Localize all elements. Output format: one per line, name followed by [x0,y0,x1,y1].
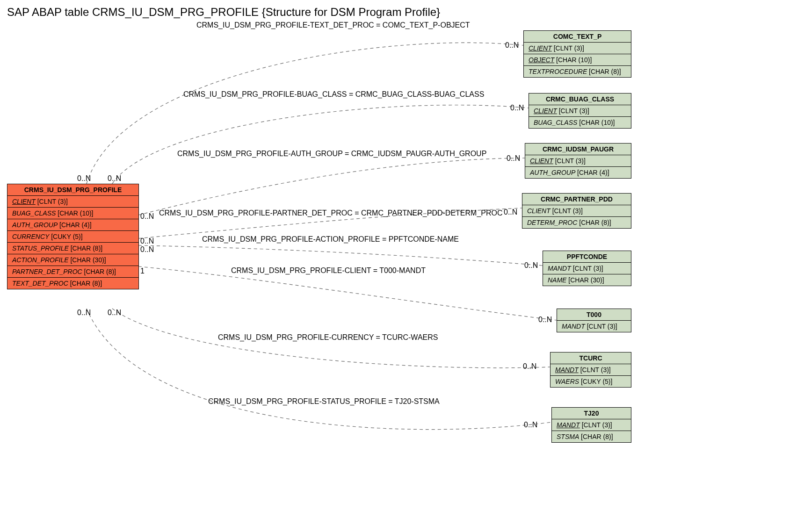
entity-header: CRMS_IU_DSM_PRG_PROFILE [7,184,138,196]
cardinality-left: 0..N [108,174,121,183]
entity-field: TEXTPROCEDURE [CHAR (8)] [524,66,631,77]
entity-field: WAERS [CUKY (5)] [550,376,631,387]
entity-header: CRMC_BUAG_CLASS [529,93,631,105]
entity-field: NAME [CHAR (30)] [543,274,631,286]
relationship-label: CRMS_IU_DSM_PRG_PROFILE-PARTNER_DET_PROC… [159,209,503,217]
cardinality-right: 0..N [524,421,537,429]
relationship-label: CRMS_IU_DSM_PRG_PROFILE-TEXT_DET_PROC = … [196,21,470,29]
cardinality-left: 0..N [108,309,121,317]
entity-field: STATUS_PROFILE [CHAR (8)] [7,243,138,254]
entity-field: BUAG_CLASS [CHAR (10)] [7,208,138,219]
entity-header: T000 [557,309,631,321]
cardinality-right: 0..N [505,41,519,50]
target-entity: PPFTCONDEMANDT [CLNT (3)]NAME [CHAR (30)… [543,251,631,286]
entity-header: TJ20 [552,408,631,419]
target-entity: T000MANDT [CLNT (3)] [557,309,631,332]
entity-field: MANDT [CLNT (3)] [552,419,631,431]
entity-header: CRMC_PARTNER_PDD [522,194,631,205]
entity-header: TCURC [550,352,631,364]
entity-field: STSMA [CHAR (8)] [552,431,631,442]
cardinality-left: 0..N [77,174,91,183]
target-entity: COMC_TEXT_PCLIENT [CLNT (3)]OBJECT [CHAR… [523,30,631,78]
entity-field: ACTION_PROFILE [CHAR (30)] [7,254,138,266]
target-entity: CRMC_IUDSM_PAUGRCLIENT [CLNT (3)]AUTH_GR… [525,143,631,179]
relationship-label: CRMS_IU_DSM_PRG_PROFILE-BUAG_CLASS = CRM… [183,90,484,99]
diagram-stage: { "page_title": "SAP ABAP table CRMS_IU_… [0,0,804,532]
entity-field: AUTH_GROUP [CHAR (4)] [525,167,631,178]
cardinality-right: 0..N [538,316,552,324]
relationship-label: CRMS_IU_DSM_PRG_PROFILE-CURRENCY = TCURC… [218,333,438,342]
cardinality-left: 1 [140,267,145,275]
entity-header: PPFTCONDE [543,251,631,263]
entity-field: CLIENT [CLNT (3)] [525,155,631,167]
entity-header: CRMC_IUDSM_PAUGR [525,144,631,155]
entity-field: CLIENT [CLNT (3)] [522,205,631,217]
entity-field: OBJECT [CHAR (10)] [524,54,631,66]
source-entity: CRMS_IU_DSM_PRG_PROFILECLIENT [CLNT (3)]… [7,184,139,289]
cardinality-left: 0..N [140,212,154,221]
entity-field: CLIENT [CLNT (3)] [529,105,631,117]
target-entity: CRMC_PARTNER_PDDCLIENT [CLNT (3)]DETERM_… [522,193,631,229]
cardinality-right: 0..N [510,104,524,112]
cardinality-right: 0..N [523,362,536,371]
relationship-label: CRMS_IU_DSM_PRG_PROFILE-ACTION_PROFILE =… [202,235,459,244]
cardinality-right: 0..N [524,261,538,270]
entity-field: PARTNER_DET_PROC [CHAR (8)] [7,266,138,278]
entity-field: AUTH_GROUP [CHAR (4)] [7,219,138,231]
target-entity: CRMC_BUAG_CLASSCLIENT [CLNT (3)]BUAG_CLA… [529,93,631,129]
cardinality-right: 0..N [504,208,517,216]
entity-field: TEXT_DET_PROC [CHAR (8)] [7,278,138,289]
target-entity: TJ20MANDT [CLNT (3)]STSMA [CHAR (8)] [551,407,631,443]
entity-field: CLIENT [CLNT (3)] [7,196,138,208]
entity-field: MANDT [CLNT (3)] [543,263,631,274]
cardinality-right: 0..N [507,154,520,163]
entity-field: MANDT [CLNT (3)] [557,321,631,332]
relationship-label: CRMS_IU_DSM_PRG_PROFILE-AUTH_GROUP = CRM… [177,150,486,158]
cardinality-left: 0..N [77,309,91,317]
entity-header: COMC_TEXT_P [524,31,631,43]
entity-field: CURRENCY [CUKY (5)] [7,231,138,243]
cardinality-left: 0..N [140,237,154,245]
relationship-label: CRMS_IU_DSM_PRG_PROFILE-STATUS_PROFILE =… [208,397,440,406]
entity-field: MANDT [CLNT (3)] [550,364,631,376]
entity-field: BUAG_CLASS [CHAR (10)] [529,117,631,128]
target-entity: TCURCMANDT [CLNT (3)]WAERS [CUKY (5)] [550,352,631,388]
relationship-label: CRMS_IU_DSM_PRG_PROFILE-CLIENT = T000-MA… [231,266,426,275]
entity-field: CLIENT [CLNT (3)] [524,43,631,54]
entity-field: DETERM_PROC [CHAR (8)] [522,217,631,228]
cardinality-left: 0..N [140,245,154,254]
page-title: SAP ABAP table CRMS_IU_DSM_PRG_PROFILE {… [7,6,440,19]
